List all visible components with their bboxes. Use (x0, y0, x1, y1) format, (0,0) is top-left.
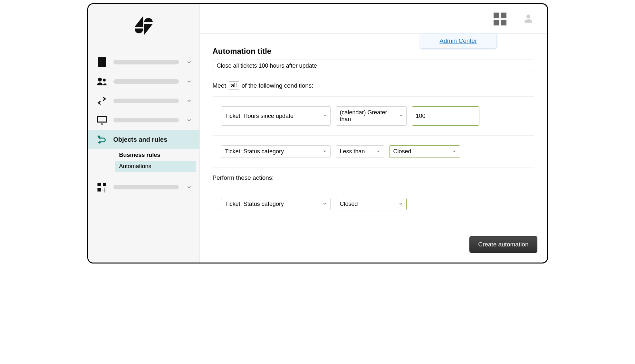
sidebar-placeholder (113, 185, 179, 189)
sidebar-placeholder (113, 99, 179, 103)
sidebar-item-workspaces[interactable] (88, 110, 199, 130)
apps-add-icon (95, 180, 109, 194)
actions-label: Perform these actions: (213, 174, 534, 181)
sidebar-item-account[interactable] (88, 53, 199, 72)
conditions-suffix: of the following conditions: (242, 82, 313, 89)
automation-title-input[interactable] (213, 60, 534, 72)
svg-marker-0 (135, 16, 143, 27)
divider (213, 96, 534, 97)
chevron-down-icon (322, 113, 327, 120)
content: Automation title Meet all of the followi… (200, 34, 547, 236)
chevron-down-icon (322, 148, 327, 155)
chevron-down-icon (185, 78, 193, 85)
footer: Create automation (200, 236, 547, 263)
sidebar-list: Objects and rules Business rules Automat… (88, 46, 199, 197)
condition-value-input[interactable] (412, 106, 479, 126)
conditions-prefix: Meet (213, 82, 226, 89)
svg-rect-5 (103, 183, 106, 187)
svg-point-7 (526, 14, 530, 18)
svg-rect-4 (97, 183, 101, 187)
select-value: Ticket: Status category (225, 148, 284, 155)
building-icon (95, 55, 109, 69)
monitor-icon (95, 113, 109, 127)
divider (213, 220, 534, 220)
chevron-down-icon (185, 183, 193, 191)
sidebar-item-apps[interactable] (88, 177, 199, 197)
sidebar-sub-business-rules[interactable]: Business rules (115, 150, 196, 160)
action-field-select[interactable]: Ticket: Status category (221, 198, 331, 210)
condition-field-select[interactable]: Ticket: Hours since update (221, 106, 331, 126)
select-value: Ticket: Hours since update (225, 113, 293, 120)
app-window: Objects and rules Business rules Automat… (87, 3, 548, 263)
sidebar-item-label: Objects and rules (113, 136, 193, 143)
sidebar-placeholder (113, 118, 179, 122)
divider (213, 135, 534, 136)
chevron-down-icon (399, 201, 403, 207)
logo-area (88, 4, 199, 46)
svg-marker-1 (144, 24, 153, 35)
arrows-icon (95, 94, 109, 108)
condition-value-select[interactable]: Closed (389, 145, 460, 158)
chevron-down-icon (376, 148, 380, 155)
sidebar-sub-automations[interactable]: Automations (115, 161, 196, 172)
chevron-down-icon (322, 201, 327, 207)
people-icon (95, 74, 109, 89)
svg-point-3 (103, 79, 106, 81)
zendesk-logo-icon (132, 13, 155, 37)
create-automation-button[interactable]: Create automation (469, 236, 537, 253)
condition-row: Ticket: Status category Less than Closed (213, 142, 534, 161)
condition-row: Ticket: Hours since update (calendar) Gr… (213, 103, 534, 129)
chevron-down-icon (185, 58, 193, 66)
chevron-down-icon (399, 113, 403, 120)
divider (213, 188, 534, 188)
svg-rect-6 (97, 188, 101, 192)
sidebar: Objects and rules Business rules Automat… (88, 4, 200, 263)
products-icon[interactable] (494, 13, 506, 25)
action-row: Ticket: Status category Closed (213, 195, 534, 214)
workflow-icon (95, 132, 109, 147)
action-value-select[interactable]: Closed (336, 198, 407, 210)
select-value: Less than (340, 148, 365, 155)
svg-point-2 (98, 78, 102, 81)
admin-center-link[interactable]: Admin Center (439, 37, 477, 44)
sidebar-submenu: Business rules Automations (88, 150, 199, 172)
condition-operator-select[interactable]: (calendar) Greater than (336, 106, 407, 126)
select-value: (calendar) Greater than (340, 109, 395, 123)
divider (213, 168, 534, 168)
sidebar-placeholder (113, 79, 179, 84)
select-value: Closed (340, 201, 358, 207)
topbar (200, 4, 547, 34)
condition-field-select[interactable]: Ticket: Status category (221, 145, 331, 158)
sidebar-item-people[interactable] (88, 72, 199, 91)
sidebar-item-channels[interactable] (88, 91, 199, 110)
user-avatar-icon[interactable] (523, 13, 534, 25)
main-area: Admin Center Automation title Meet all o… (200, 4, 547, 263)
chevron-down-icon (185, 97, 193, 105)
conditions-quantifier-select[interactable]: all (229, 81, 239, 90)
sidebar-placeholder (113, 60, 179, 64)
sidebar-item-objects-rules[interactable]: Objects and rules (88, 130, 199, 149)
admin-center-tooltip: Admin Center (420, 33, 496, 49)
select-value: Ticket: Status category (225, 201, 284, 207)
condition-operator-select[interactable]: Less than (336, 145, 384, 158)
conditions-sentence: Meet all of the following conditions: (213, 81, 534, 90)
chevron-down-icon (185, 116, 193, 124)
chevron-down-icon (452, 148, 457, 155)
select-value: Closed (393, 148, 411, 155)
